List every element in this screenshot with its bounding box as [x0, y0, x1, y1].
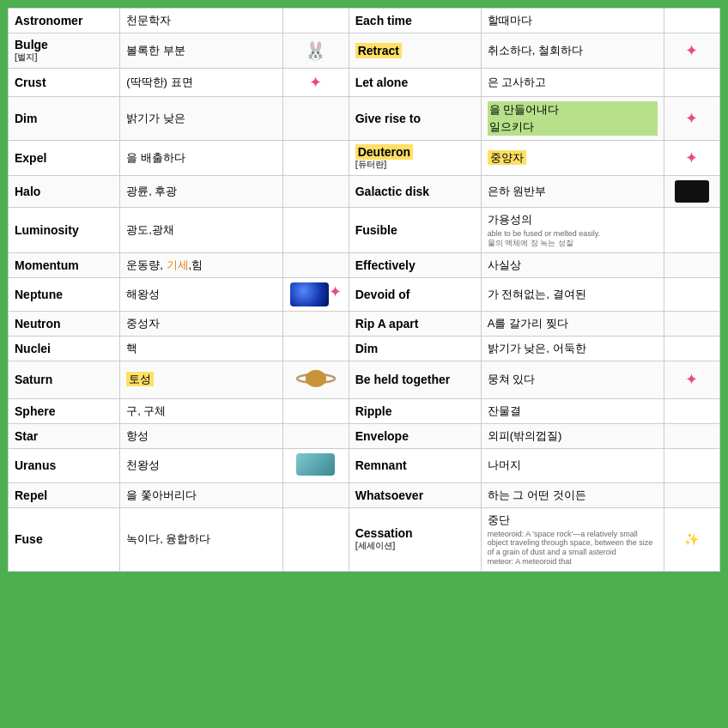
table-row: Luminosity 광도,광채 Fusible 가용성의able to be …: [9, 208, 720, 253]
col-korean-1: 을 배출하다: [120, 141, 282, 176]
col-korean-1: 운동량, 기세,힘: [120, 252, 282, 277]
col-korean-2: 을 만들어내다일으키다: [481, 97, 664, 141]
col-english-2: Envelope: [349, 423, 481, 448]
table-row: Fuse 녹이다, 융합하다 Cessation[세세이션] 중단meteoro…: [9, 507, 720, 571]
col-icon-2: [664, 9, 719, 33]
english-term: Bulge: [15, 38, 48, 52]
col-korean-1: 항성: [120, 423, 282, 448]
korean-meaning-2: 뭉쳐 있다: [488, 373, 536, 385]
english-term: Neptune: [15, 288, 63, 301]
col-english-1: Dim: [9, 97, 120, 141]
english-term: Star: [15, 429, 38, 443]
col-korean-1: 녹이다, 융합하다: [120, 507, 282, 571]
star-icon: ✦: [685, 109, 698, 128]
english-term: Sphere: [15, 404, 55, 418]
col-korean-2: 가 전혀없는, 결여된: [481, 277, 664, 311]
col-korean-2: 중양자: [481, 141, 664, 176]
neptune-image: [290, 282, 329, 306]
col-english-1: Astronomer: [9, 9, 120, 33]
korean-meaning: 을 배출하다: [126, 151, 185, 164]
col-icon-2: ✦: [664, 97, 719, 141]
galactic-image: [675, 180, 709, 203]
col-korean-2: 밝기가 낮은, 어둑한: [481, 336, 664, 361]
english-term-2: Ripple: [355, 404, 392, 418]
english-term-2: Rip A apart: [355, 317, 419, 331]
col-icon-1: [282, 9, 349, 33]
col-korean-2: 나머지: [481, 448, 664, 482]
col-icon-2: ✦: [664, 33, 719, 69]
col-english-1: Halo: [9, 176, 120, 208]
col-korean-2: 가용성의able to be fused or melted easily.물의…: [481, 208, 664, 253]
english-term-2: Be held together: [355, 373, 450, 386]
col-icon-1: [282, 336, 349, 361]
col-korean-2: 사실상: [481, 252, 664, 277]
korean-meaning-2: 은하 원반부: [488, 185, 547, 197]
col-korean-2: 은 고사하고: [481, 69, 664, 97]
english-term-2: Give rise to: [355, 112, 421, 125]
col-korean-1: 광도,광채: [120, 208, 282, 253]
english-term: Uranus: [15, 458, 56, 472]
table-row: Momentum 운동량, 기세,힘 Effectively 사실상: [9, 252, 720, 277]
korean-meaning-2: A를 갈가리 찢다: [488, 317, 568, 330]
table-row: Crust (딱딱한) 표면 ✦ Let alone 은 고사하고: [9, 69, 720, 97]
korean-meaning-2: 중단: [488, 513, 510, 526]
english-term: Astronomer: [15, 14, 82, 27]
korean-meaning-2: 일으키다: [488, 118, 658, 136]
english-term-2: Remnant: [355, 458, 407, 472]
korean-meaning-2: 가 전혀없는, 결여된: [488, 288, 586, 300]
col-korean-1: 해왕성: [120, 277, 282, 311]
col-icon-2: ✨: [664, 507, 719, 571]
col-korean-1: 을 쫓아버리다: [120, 482, 282, 507]
col-icon-1: [282, 507, 349, 571]
table-row: Star 항성 Envelope 외피(밖의껍질): [9, 423, 720, 448]
english-term: Luminosity: [15, 223, 79, 237]
english-term-2: Dim: [355, 342, 378, 355]
table-row: Repel 을 쫓아버리다 Whatsoever 하는 그 어떤 것이든: [9, 482, 720, 507]
english-term-2: Deuteron: [355, 144, 413, 160]
col-icon-1: [282, 482, 349, 507]
korean-meaning: (딱딱한) 표면: [126, 76, 192, 88]
korean-meaning-2: 을 만들어내다: [488, 101, 658, 118]
col-korean-2: 뭉쳐 있다: [481, 361, 664, 398]
col-korean-2: 잔물결: [481, 398, 664, 423]
table-row: Uranus 천왕성 Remnant 나머지: [9, 448, 720, 482]
korean-meaning: 광륜, 후광: [126, 185, 177, 197]
vocabulary-table: Astronomer 천문학자 Each time 할때마다 Bulge[벌지]…: [5, 5, 723, 574]
col-icon-2: [664, 448, 719, 482]
col-icon-2: ✦: [664, 141, 719, 176]
col-english-2: Deuteron[듀터란]: [349, 141, 481, 176]
english-term-2: Retract: [355, 43, 402, 58]
col-english-1: Uranus: [9, 448, 120, 482]
col-icon-1: ✦: [282, 277, 349, 311]
korean-meaning: 구, 구체: [126, 404, 166, 417]
table-row: Saturn 토성 Be held together 뭉쳐 있다 ✦: [9, 361, 720, 398]
korean-meaning: 해왕성: [126, 288, 160, 300]
saturn-image: [294, 366, 337, 391]
col-korean-1: 구, 구체: [120, 398, 282, 423]
col-icon-1: [282, 141, 349, 176]
english-term: Crust: [15, 76, 46, 89]
col-icon-1: [282, 398, 349, 423]
col-english-2: Devoid of: [349, 277, 481, 311]
col-icon-1: [282, 311, 349, 336]
bunny-icon: 🐰: [305, 41, 326, 60]
korean-meaning: 항성: [126, 429, 149, 442]
col-icon-1: [282, 448, 349, 482]
korean-meaning-2: 하는 그 어떤 것이든: [488, 488, 586, 501]
col-icon-2: [664, 423, 719, 448]
english-term-2: Let alone: [355, 76, 408, 89]
col-icon-2: [664, 398, 719, 423]
col-korean-1: 중성자: [120, 311, 282, 336]
col-english-2: Fusible: [349, 208, 481, 253]
korean-meaning: 중성자: [126, 317, 160, 330]
korean-meaning: 토성: [126, 372, 154, 386]
english-term-2: Galactic disk: [355, 185, 429, 198]
col-english-1: Sphere: [9, 398, 120, 423]
uranus-image: [296, 453, 335, 476]
korean-meaning-2: 중양자: [488, 150, 526, 165]
col-english-2: Give rise to: [349, 97, 481, 141]
english-term-2: Fusible: [355, 223, 397, 237]
english-term-2: Envelope: [355, 429, 409, 443]
col-korean-2: 은하 원반부: [481, 176, 664, 208]
table-row: Neptune 해왕성 ✦ Devoid of 가 전혀없는, 결여된: [9, 277, 720, 311]
